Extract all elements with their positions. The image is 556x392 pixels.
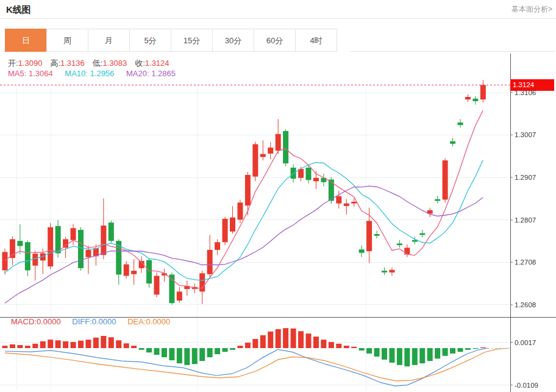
ma5-legend: MA5: 1.3064 xyxy=(8,69,53,78)
high-label: 高: xyxy=(50,59,60,68)
svg-text:1.2907: 1.2907 xyxy=(515,174,536,181)
svg-text:0.0017: 0.0017 xyxy=(515,339,536,346)
macd-value-legend: MACD:0.0000 xyxy=(11,317,61,326)
ma20-line xyxy=(5,186,483,303)
high-value: 1.3136 xyxy=(60,59,85,68)
dea-value-legend: DEA:0.0000 xyxy=(127,317,170,326)
svg-text:1.2708: 1.2708 xyxy=(515,258,536,266)
dea-line xyxy=(5,348,509,381)
low-value: 1.3083 xyxy=(102,59,127,68)
svg-text:1.3007: 1.3007 xyxy=(515,131,536,138)
candles-layer xyxy=(2,80,486,305)
close-value: 1.3124 xyxy=(145,59,169,68)
ma-legend: MA5: 1.3064 MA10: 1.2956 MA20: 1.2865 xyxy=(8,69,185,78)
ma20-legend: MA20: 1.2865 xyxy=(126,69,176,78)
ma10-legend: MA10: 1.2956 xyxy=(65,69,114,78)
kline-widget: K线图 基本面分析> 日周月5分15分30分60分4时 1.31061.3007… xyxy=(0,0,556,392)
close-label: 收: xyxy=(135,59,145,68)
diff-value-legend: DIFF:0.0000 xyxy=(72,317,116,326)
low-label: 低: xyxy=(93,59,103,68)
svg-text:1.2807: 1.2807 xyxy=(515,216,536,224)
open-label: 开: xyxy=(8,59,18,68)
svg-text:1.2608: 1.2608 xyxy=(515,301,536,308)
current-price-tag: 1.3124 xyxy=(510,79,554,91)
open-value: 1.3090 xyxy=(18,59,43,68)
macd-legend: MACD:0.0000 DIFF:0.0000 DEA:0.0000 xyxy=(11,317,179,326)
ohlc-legend: 开:1.3090高:1.3136低:1.3083收:1.3124 xyxy=(8,58,177,69)
right-axis-labels: 1.31061.30071.29071.28071.27081.26080.00… xyxy=(510,89,538,389)
svg-text:-0.0109: -0.0109 xyxy=(515,382,538,389)
